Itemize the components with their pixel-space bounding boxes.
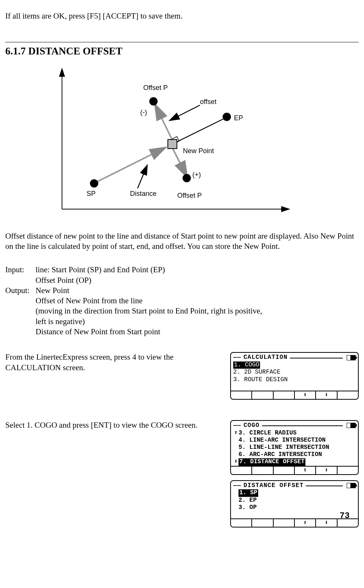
- svg-text:(-): (-): [140, 109, 147, 116]
- svg-point-11: [183, 174, 191, 182]
- svg-line-3: [172, 118, 225, 144]
- svg-text:offset: offset: [200, 98, 217, 105]
- softkey-f1[interactable]: [231, 391, 252, 399]
- battery-icon: [347, 483, 356, 488]
- svg-text:New Point: New Point: [183, 147, 214, 155]
- svg-rect-12: [168, 140, 177, 149]
- output-line: Distance of New Point from Start point: [36, 327, 359, 337]
- screen-title: COGO: [243, 422, 259, 430]
- softkey-f2[interactable]: [252, 519, 273, 527]
- menu-item-selected[interactable]: 1. COGO: [233, 361, 260, 369]
- softkey-row: ⬆ ⬇: [231, 391, 358, 399]
- svg-point-9: [223, 113, 231, 121]
- output-line: left is negative): [36, 316, 359, 327]
- output-label: Output:: [5, 285, 36, 337]
- output-line: Offset of New Point from the line: [36, 296, 359, 306]
- menu-item[interactable]: 6. ARC-ARC INTERSECTION: [239, 451, 322, 458]
- menu-item[interactable]: 2. 2D SURFACE: [233, 369, 356, 376]
- distance-offset-diagram: Offset P offset (-) EP New Point (+) SP …: [51, 65, 359, 219]
- menu-item-selected[interactable]: 1. SP: [239, 489, 258, 496]
- svg-text:Offset P: Offset P: [143, 84, 168, 92]
- calculation-screen: —— CALCULATION 1. COGO 2. 2D SURFACE 3. …: [230, 352, 359, 400]
- softkey-f2[interactable]: [252, 391, 273, 399]
- cogo-screen: —— COGO ⬆3. CIRCLE RADIUS 4. LINE-ARC IN…: [230, 420, 359, 475]
- svg-text:(+): (+): [192, 171, 201, 178]
- softkey-f4-up[interactable]: ⬆: [295, 519, 316, 527]
- menu-item[interactable]: 3. OP: [239, 504, 257, 511]
- output-line: New Point: [36, 285, 359, 296]
- section-divider: [5, 42, 359, 42]
- svg-text:EP: EP: [234, 114, 243, 122]
- svg-line-6: [170, 105, 200, 120]
- svg-text:Offset P: Offset P: [177, 192, 202, 199]
- step1-text: From the LinertecExpress screen, press 4…: [5, 352, 226, 373]
- softkey-f5-down[interactable]: ⬇: [316, 467, 337, 474]
- svg-line-7: [138, 166, 147, 188]
- step2-text: Select 1. COGO and press [ENT] to view t…: [5, 420, 226, 430]
- svg-text:SP: SP: [87, 190, 96, 197]
- scroll-up-icon: ⬆: [233, 430, 239, 437]
- screen-title: CALCULATION: [243, 354, 288, 361]
- softkey-f5-down[interactable]: ⬇: [316, 391, 337, 399]
- menu-item[interactable]: 4. LINE-ARC INTERSECTION: [239, 437, 325, 444]
- softkey-f5-down[interactable]: ⬇: [316, 519, 337, 527]
- softkey-f4-up[interactable]: ⬆: [295, 391, 316, 399]
- scroll-down-icon: ⬇: [233, 458, 239, 465]
- softkey-f3[interactable]: [274, 467, 295, 474]
- menu-item[interactable]: 5. LINE-LINE INTERSECTION: [239, 444, 329, 451]
- svg-point-8: [90, 179, 98, 188]
- battery-icon: [347, 355, 356, 360]
- softkey-f6[interactable]: [338, 467, 358, 474]
- menu-item[interactable]: 2. EP: [239, 497, 257, 504]
- input-line: line: Start Point (SP) and End Point (EP…: [36, 265, 359, 275]
- section-heading: 6.1.7 DISTANCE OFFSET: [5, 45, 359, 58]
- svg-text:Distance: Distance: [130, 190, 156, 197]
- softkey-f4-up[interactable]: ⬆: [295, 467, 316, 474]
- menu-item[interactable]: 3. ROUTE DESIGN: [233, 376, 356, 383]
- screen-title: DISTANCE OFFSET: [243, 482, 304, 490]
- svg-line-4: [155, 105, 172, 140]
- menu-item-selected[interactable]: 7. DISTANCE OFFSET: [239, 458, 305, 465]
- description-text: Offset distance of new point to the line…: [5, 231, 359, 252]
- softkey-f1[interactable]: [231, 519, 252, 527]
- softkey-row: ⬆ ⬇: [231, 518, 358, 527]
- output-line: (moving in the direction from Start poin…: [36, 306, 359, 316]
- input-line: Offset Point (OP): [36, 275, 359, 285]
- page-number: 73: [340, 511, 350, 522]
- softkey-f3[interactable]: [274, 519, 295, 527]
- input-label: Input:: [5, 265, 36, 285]
- input-output-block: Input: line: Start Point (SP) and End Po…: [5, 265, 359, 337]
- softkey-f1[interactable]: [231, 467, 252, 474]
- softkey-row: ⬆ ⬇: [231, 466, 358, 474]
- svg-point-10: [149, 97, 158, 105]
- svg-line-2: [97, 148, 165, 182]
- menu-item[interactable]: 3. CIRCLE RADIUS: [239, 430, 297, 436]
- softkey-f3[interactable]: [274, 391, 295, 399]
- intro-text: If all items are OK, press [F5] [ACCEPT]…: [5, 11, 359, 21]
- softkey-f6[interactable]: [338, 391, 358, 399]
- distance-offset-screen: —— DISTANCE OFFSET 1. SP 2. EP 3. OP ⬆ ⬇…: [230, 480, 359, 528]
- softkey-f2[interactable]: [252, 467, 273, 474]
- battery-icon: [347, 423, 356, 428]
